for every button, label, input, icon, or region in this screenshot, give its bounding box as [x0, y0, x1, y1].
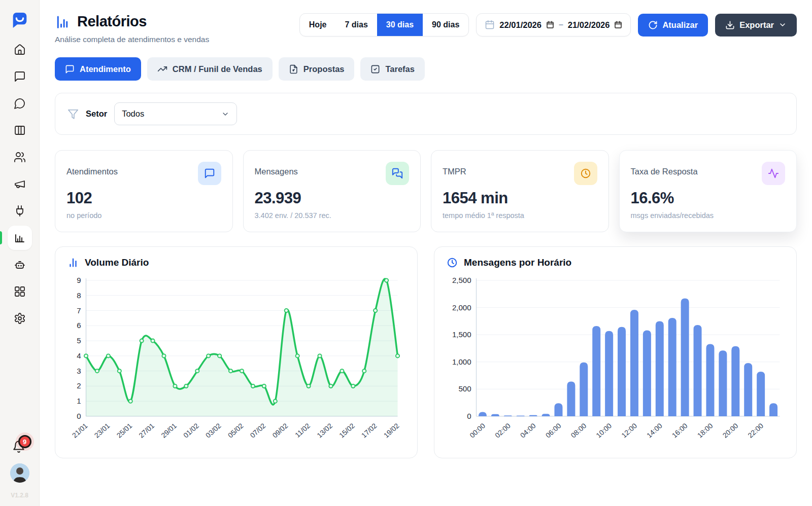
svg-text:2: 2 — [77, 381, 81, 390]
sidebar-item-chats[interactable] — [14, 70, 26, 83]
sidebar-item-apps[interactable] — [14, 285, 26, 298]
header-controls: Hoje 7 dias 30 dias 90 dias 22/01/2026 –… — [299, 13, 797, 37]
svg-text:09/02: 09/02 — [270, 421, 289, 439]
svg-text:14:00: 14:00 — [645, 421, 664, 439]
mensagens-horario-card: Mensagens por Horário 05001,0001,5002,00… — [434, 246, 797, 458]
messages-square-icon — [386, 162, 409, 185]
topbar: Relatórios Análise completa de atendimen… — [55, 13, 797, 44]
svg-text:25/01: 25/01 — [115, 421, 133, 439]
svg-text:13/02: 13/02 — [315, 421, 334, 439]
svg-text:2,500: 2,500 — [452, 276, 471, 284]
sidebar-item-campaigns[interactable] — [14, 178, 26, 190]
sidebar-nav — [14, 44, 26, 324]
svg-text:17/02: 17/02 — [360, 421, 379, 439]
sidebar-item-integrations[interactable] — [14, 205, 26, 217]
svg-text:0: 0 — [77, 412, 81, 420]
filter-bar: Setor Todos — [55, 93, 797, 135]
volume-diario-card: Volume Diário 012345678921/0123/0125/012… — [55, 246, 418, 458]
export-button[interactable]: Exportar — [715, 14, 797, 37]
download-icon — [725, 20, 735, 30]
svg-text:3: 3 — [77, 367, 81, 375]
svg-text:1,500: 1,500 — [452, 330, 471, 339]
report-tabs: Atendimento CRM / Funil de Vendas Propos… — [55, 57, 797, 81]
sidebar-item-kanban[interactable] — [14, 124, 26, 136]
svg-text:22:00: 22:00 — [746, 421, 765, 439]
svg-text:29/01: 29/01 — [159, 421, 178, 439]
sidebar-bottom: 9 V1.2.8 — [10, 437, 29, 501]
stat-sub: 3.402 env. / 20.537 rec. — [255, 211, 410, 220]
clock-icon — [574, 162, 597, 185]
sidebar-item-settings[interactable] — [14, 312, 26, 324]
stat-sub: msgs enviadas/recebidas — [631, 211, 786, 220]
svg-text:18:00: 18:00 — [696, 421, 715, 439]
sidebar-item-bots[interactable] — [14, 259, 26, 271]
gear-icon — [14, 312, 26, 324]
stat-label: TMPR — [443, 162, 466, 176]
tab-atendimento[interactable]: Atendimento — [55, 57, 141, 81]
volume-diario-chart: 012345678921/0123/0125/0127/0129/0101/02… — [67, 272, 405, 451]
svg-text:01/02: 01/02 — [182, 421, 200, 439]
users-icon — [14, 151, 26, 163]
tab-crm-funil[interactable]: CRM / Funil de Vendas — [147, 57, 273, 81]
refresh-button[interactable]: Atualizar — [638, 14, 708, 37]
bar-chart-small-icon — [67, 257, 79, 268]
notifications-button[interactable]: 9 — [12, 437, 27, 454]
sidebar-item-conversations[interactable] — [14, 97, 26, 110]
svg-text:8: 8 — [77, 291, 81, 300]
sidebar-item-reports[interactable] — [14, 232, 26, 244]
tab-propostas[interactable]: Propostas — [279, 57, 355, 81]
calendar-icon — [485, 20, 495, 30]
date-range-picker: 22/01/2026 – 21/02/2026 — [476, 13, 631, 37]
svg-text:5: 5 — [77, 336, 81, 345]
stat-card-atendimentos: Atendimentos 102 no período — [55, 150, 233, 232]
user-avatar[interactable] — [10, 463, 29, 483]
range-30dias-button[interactable]: 30 dias — [377, 14, 423, 36]
range-hoje-button[interactable]: Hoje — [300, 14, 336, 36]
chat-bubble-icon — [65, 64, 75, 74]
message-square-icon — [14, 70, 26, 83]
sidebar-item-home[interactable] — [14, 44, 26, 56]
message-square-icon — [198, 162, 221, 185]
date-to-input[interactable]: 21/02/2026 — [568, 20, 610, 30]
stat-card-mensagens: Mensagens 23.939 3.402 env. / 20.537 rec… — [243, 150, 421, 232]
megaphone-icon — [14, 178, 26, 190]
stat-sub: no período — [66, 211, 221, 220]
stat-card-tmpr: TMPR 1654 min tempo médio 1ª resposta — [431, 150, 609, 232]
clock-small-icon — [447, 257, 458, 268]
app-logo-icon[interactable] — [9, 9, 31, 31]
svg-text:16:00: 16:00 — [670, 421, 689, 439]
setor-select[interactable]: Todos — [114, 102, 237, 125]
range-7dias-button[interactable]: 7 dias — [335, 14, 377, 36]
svg-text:0: 0 — [467, 412, 471, 420]
columns-icon — [14, 124, 26, 136]
stat-value: 102 — [66, 189, 221, 207]
page-subtitle: Análise completa de atendimentos e venda… — [55, 35, 299, 44]
svg-text:02:00: 02:00 — [493, 421, 512, 439]
activity-pulse-icon — [762, 162, 785, 185]
svg-text:9: 9 — [77, 276, 81, 284]
tab-tarefas[interactable]: Tarefas — [360, 57, 424, 81]
message-circle-icon — [14, 97, 26, 110]
date-range-segment: Hoje 7 dias 30 dias 90 dias — [299, 13, 469, 37]
sidebar: 9 V1.2.8 — [0, 0, 40, 506]
svg-text:06:00: 06:00 — [544, 421, 563, 439]
svg-text:7: 7 — [77, 306, 81, 315]
stat-label: Atendimentos — [66, 162, 118, 176]
stat-value: 16.6% — [631, 189, 786, 207]
plug-icon — [14, 205, 26, 217]
range-90dias-button[interactable]: 90 dias — [423, 14, 468, 36]
home-icon — [14, 44, 26, 56]
date-from-picker-icon[interactable] — [546, 21, 554, 29]
stat-sub: tempo médio 1ª resposta — [443, 211, 597, 220]
svg-text:10:00: 10:00 — [594, 421, 613, 439]
svg-text:23/01: 23/01 — [93, 421, 112, 439]
svg-text:500: 500 — [458, 384, 471, 393]
stat-label: Taxa de Resposta — [631, 162, 698, 176]
svg-text:00:00: 00:00 — [468, 421, 487, 439]
sidebar-item-contacts[interactable] — [14, 151, 26, 163]
svg-text:05/02: 05/02 — [226, 421, 245, 439]
date-from-input[interactable]: 22/01/2026 — [499, 20, 542, 30]
date-to-picker-icon[interactable] — [614, 21, 622, 29]
page-title: Relatórios — [77, 13, 147, 30]
app-version: V1.2.8 — [11, 492, 28, 501]
